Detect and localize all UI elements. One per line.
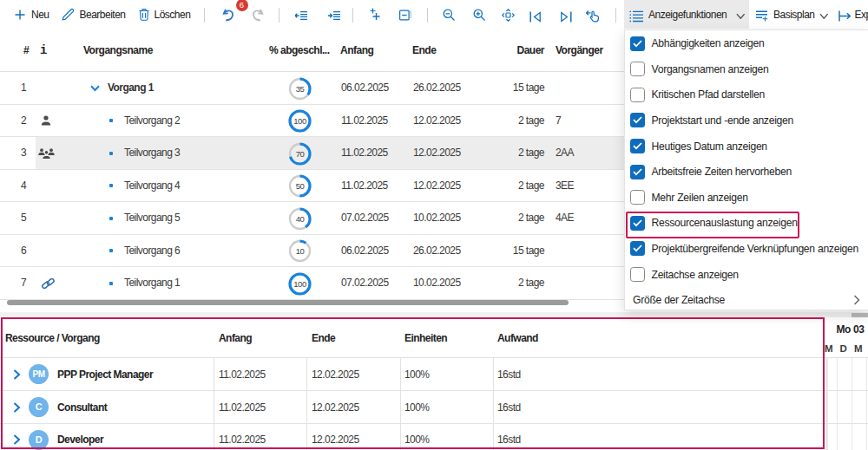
svg-text:35: 35 xyxy=(296,84,305,94)
svg-text:70: 70 xyxy=(296,149,305,159)
svg-text:40: 40 xyxy=(296,214,305,224)
svg-text:100: 100 xyxy=(293,116,306,126)
svg-text:10: 10 xyxy=(296,246,305,256)
svg-text:50: 50 xyxy=(296,181,305,191)
svg-text:100: 100 xyxy=(293,279,306,289)
